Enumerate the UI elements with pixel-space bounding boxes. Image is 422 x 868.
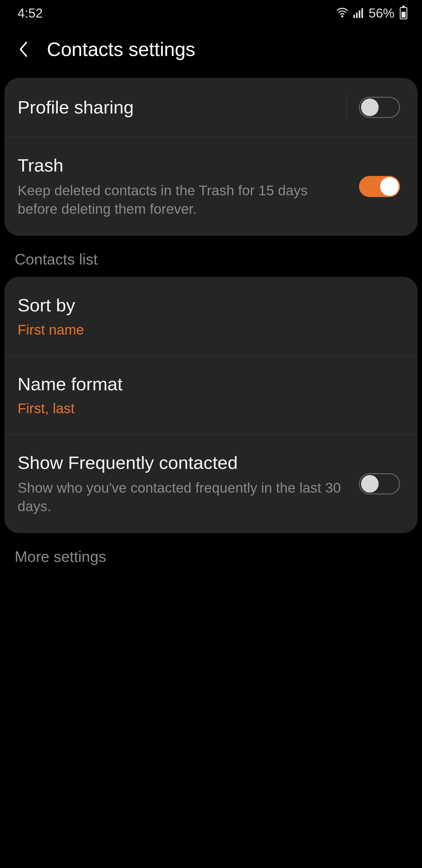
name-format-value: First, last [18, 400, 388, 416]
battery-icon [400, 7, 407, 19]
profile-sharing-row[interactable]: Profile sharing [4, 78, 418, 137]
frequently-title: Show Frequently contacted [18, 452, 347, 473]
svg-rect-3 [359, 10, 360, 18]
settings-card-contacts-list: Sort by First name Name format First, la… [4, 277, 418, 533]
section-contacts-list: Contacts list [0, 236, 422, 277]
name-format-row[interactable]: Name format First, last [4, 356, 418, 434]
signal-icon [352, 6, 365, 20]
battery-percent: 56% [369, 6, 394, 21]
sort-by-value: First name [18, 322, 388, 338]
svg-rect-1 [353, 15, 355, 18]
trash-toggle[interactable] [359, 176, 400, 197]
svg-rect-2 [356, 12, 358, 18]
frequently-toggle[interactable] [359, 473, 400, 494]
wifi-icon [336, 6, 349, 20]
trash-row[interactable]: Trash Keep deleted contacts in the Trash… [4, 137, 418, 236]
status-time: 4:52 [18, 6, 43, 21]
svg-rect-4 [361, 8, 363, 18]
page-title: Contacts settings [47, 38, 195, 60]
frequently-desc: Show who you've contacted frequently in … [18, 479, 347, 516]
settings-card-general: Profile sharing Trash Keep deleted conta… [4, 78, 418, 236]
divider [347, 96, 347, 119]
sort-by-row[interactable]: Sort by First name [4, 277, 418, 355]
trash-title: Trash [18, 155, 347, 176]
status-bar: 4:52 56% [0, 0, 422, 26]
trash-desc: Keep deleted contacts in the Trash for 1… [18, 182, 347, 218]
section-more-settings: More settings [0, 533, 422, 574]
page-header: Contacts settings [0, 26, 422, 78]
sort-by-title: Sort by [18, 294, 388, 316]
svg-point-0 [342, 16, 343, 17]
back-button[interactable] [15, 40, 32, 58]
frequently-contacted-row[interactable]: Show Frequently contacted Show who you'v… [4, 434, 418, 533]
name-format-title: Name format [18, 373, 388, 395]
profile-sharing-title: Profile sharing [18, 96, 335, 118]
status-indicators: 56% [336, 6, 407, 21]
profile-sharing-toggle[interactable] [359, 97, 400, 118]
